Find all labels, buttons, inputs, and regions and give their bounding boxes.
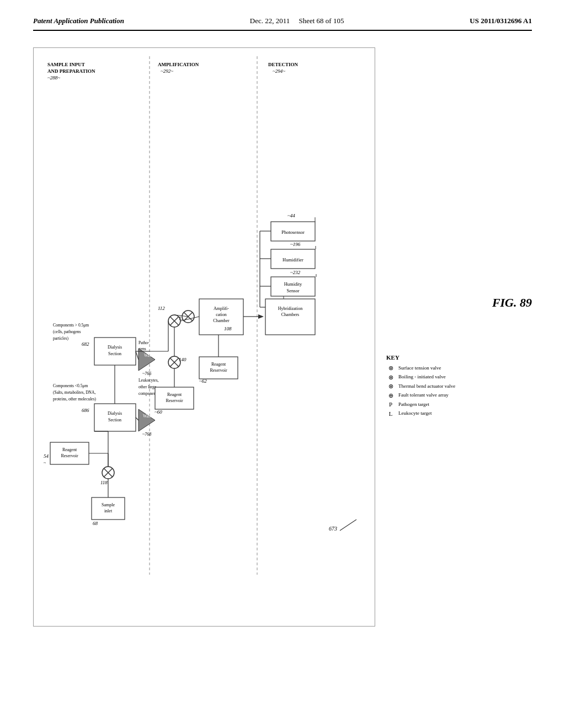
svg-text:Leukocytes,: Leukocytes, (138, 378, 159, 383)
svg-marker-87 (258, 314, 264, 319)
svg-text:~766: ~766 (142, 371, 151, 376)
svg-text:108: 108 (224, 326, 232, 331)
svg-line-50 (136, 351, 138, 360)
svg-text:~294~: ~294~ (273, 68, 285, 74)
svg-text:Chamber: Chamber (213, 318, 230, 323)
svg-text:Waste: Waste (143, 414, 153, 419)
svg-text:~60: ~60 (154, 409, 162, 415)
svg-text:Chambers: Chambers (281, 312, 299, 317)
key-symbol-5: P (386, 400, 395, 409)
svg-text:cation: cation (216, 312, 227, 317)
svg-text:Reservoir: Reservoir (166, 398, 183, 403)
svg-text:Waste: Waste (144, 353, 154, 358)
key-text-2: Boiling - initiated valve (398, 373, 446, 381)
svg-text:AND PREPARATION: AND PREPARATION (47, 68, 95, 74)
key-row-3: ⊗ Thermal bend actuator valve (386, 382, 532, 391)
key-row-5: P Pathogen target (386, 400, 532, 409)
svg-text:Reagent: Reagent (211, 362, 226, 367)
svg-text:Amplifi-: Amplifi- (214, 306, 229, 311)
svg-text:~232: ~232 (290, 270, 301, 275)
svg-text:Reagent: Reagent (62, 447, 77, 452)
svg-text:Reservoir: Reservoir (210, 368, 227, 373)
page-header: Patent Application Publication Dec. 22, … (33, 17, 532, 31)
svg-text:inlet: inlet (104, 508, 113, 513)
section-amp-label: AMPLIFICATION (158, 62, 199, 67)
svg-marker-47 (138, 409, 155, 431)
right-panel: FIG. 89 KEY ⊗ Surface tension valve ⊗ Bo… (386, 47, 532, 627)
key-row-6: L Leukocyte target (386, 409, 532, 419)
key-text-4: Fault tolerant valve array (398, 392, 449, 399)
page: Patent Application Publication Dec. 22, … (0, 0, 565, 728)
key-text-1: Surface tension valve (398, 365, 441, 372)
key-symbol-6: L (386, 409, 395, 419)
svg-text:Humidifier: Humidifier (282, 257, 303, 263)
key-row-1: ⊗ Surface tension valve (386, 363, 532, 373)
svg-text:Section: Section (108, 417, 121, 422)
svg-text:Dialysis: Dialysis (108, 411, 122, 416)
fig-label: FIG. 89 (386, 296, 532, 310)
fig-label-spacer (386, 53, 532, 263)
svg-text:~292~: ~292~ (161, 68, 173, 74)
svg-text:Photosensor: Photosensor (281, 229, 305, 235)
svg-text:~196: ~196 (290, 242, 301, 247)
svg-text:Sample: Sample (102, 502, 115, 507)
header-right: US 2011/0312696 A1 (470, 17, 532, 25)
svg-text:~44: ~44 (287, 213, 295, 218)
key-symbol-2: ⊗ (386, 373, 395, 382)
svg-text:Components > 0.5μm: Components > 0.5μm (53, 323, 89, 328)
svg-text:Reagent: Reagent (167, 392, 182, 397)
header-date: Dec. 22, 2011 (250, 17, 290, 25)
svg-text:~288~: ~288~ (47, 75, 60, 81)
svg-text:(Salts, metabolites, DNA,: (Salts, metabolites, DNA, (53, 390, 95, 395)
svg-text:Humidity: Humidity (284, 281, 302, 287)
svg-text:proteins, other molecules): proteins, other molecules) (53, 397, 97, 402)
svg-text:particles): particles) (53, 336, 68, 341)
section-sample-label: SAMPLE INPUT (47, 62, 85, 67)
svg-text:Sensor: Sensor (286, 288, 299, 293)
svg-text:(cells, pathogens: (cells, pathogens (53, 329, 81, 334)
svg-text:~: ~ (44, 461, 46, 465)
svg-text:54: 54 (44, 453, 49, 459)
key-row-4: ⊕ Fault tolerant valve array (386, 391, 532, 400)
key-text-6: Leukocyte target (398, 410, 432, 417)
key-symbol-1: ⊗ (386, 363, 395, 373)
svg-line-51 (136, 417, 138, 420)
svg-marker-44 (138, 349, 155, 371)
key-symbol-3: ⊗ (386, 382, 395, 391)
svg-line-111 (340, 520, 356, 531)
key-text-3: Thermal bend actuator valve (398, 383, 455, 390)
main-content: SAMPLE INPUT AND PREPARATION ~288~ AMPLI… (33, 47, 532, 627)
svg-text:682: 682 (82, 341, 89, 347)
header-left: Patent Application Publication (33, 17, 124, 25)
svg-text:Section: Section (108, 351, 121, 356)
section-detect-label: DETECTION (268, 62, 299, 67)
svg-text:140: 140 (179, 357, 186, 362)
svg-text:other large: other large (138, 384, 157, 389)
svg-text:~768: ~768 (142, 432, 151, 437)
svg-text:Dialysis: Dialysis (108, 345, 122, 350)
svg-text:Components <0.5μm: Components <0.5μm (53, 383, 88, 388)
key-title: KEY (386, 354, 532, 361)
svg-text:Hybridization: Hybridization (278, 306, 302, 311)
key-row-2: ⊗ Boiling - initiated valve (386, 373, 532, 382)
svg-text:686: 686 (82, 408, 89, 413)
key-symbol-4: ⊕ (386, 391, 395, 400)
svg-text:~62: ~62 (199, 378, 207, 384)
svg-text:Patho-: Patho- (138, 340, 150, 345)
header-sheet: Sheet 68 of 105 (299, 17, 344, 25)
header-center: Dec. 22, 2011 Sheet 68 of 105 (250, 17, 344, 25)
svg-text:112: 112 (158, 306, 165, 311)
diagram-container: SAMPLE INPUT AND PREPARATION ~288~ AMPLI… (33, 47, 375, 627)
number-673: 673 (329, 526, 337, 532)
svg-text:118: 118 (100, 480, 108, 485)
diagram-svg: SAMPLE INPUT AND PREPARATION ~288~ AMPLI… (42, 56, 373, 597)
svg-text:68: 68 (93, 521, 98, 526)
key-text-5: Pathogen target (398, 401, 429, 409)
svg-text:Reservoir: Reservoir (61, 453, 78, 458)
